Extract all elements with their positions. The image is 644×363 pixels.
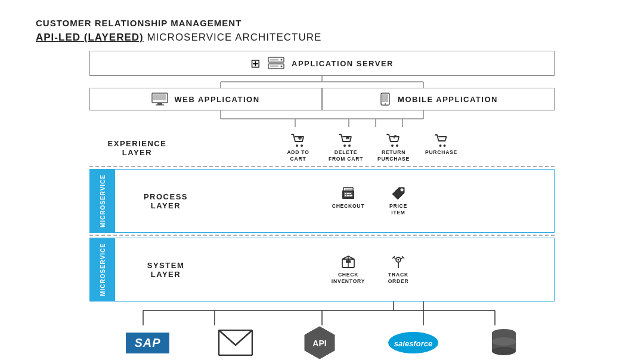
svg-rect-15 <box>382 94 388 102</box>
check-inventory-label: CHECKINVENTORY <box>332 272 365 285</box>
svg-point-35 <box>439 144 442 147</box>
svg-point-28 <box>343 144 346 147</box>
svg-rect-47 <box>349 195 352 196</box>
purchase-label: PURCHASE <box>425 149 457 156</box>
svg-line-56 <box>394 256 395 257</box>
svg-point-29 <box>348 144 351 147</box>
svg-rect-52 <box>346 260 351 263</box>
mobile-app-label: MOBILE APPLICATION <box>398 95 498 104</box>
svg-rect-46 <box>347 195 349 196</box>
mobile-app-box: MOBILE APPLICATION <box>322 88 555 110</box>
svg-point-3 <box>281 66 283 67</box>
svg-text:salesforce: salesforce <box>394 339 432 348</box>
salesforce-logo: salesforce <box>386 330 440 356</box>
system-layer-row: MICROSERVICE SYSTEMLAYER CHECKINVENTORY <box>89 238 555 302</box>
track-order-label: TRACKORDER <box>388 272 409 285</box>
experience-layer-row: EXPERIENCELAYER ADD TOCART <box>89 127 555 166</box>
svg-text:API: API <box>312 339 326 348</box>
web-app-box: WEB APPLICATION <box>89 88 322 110</box>
sap-logo: SAP <box>126 333 169 353</box>
svg-point-48 <box>401 189 404 192</box>
delete-from-cart-label: DELETEFROM CART <box>329 149 363 162</box>
top-connector <box>89 76 555 88</box>
api-suffix: MICROSERVICE ARCHITECTURE <box>144 32 322 43</box>
svg-point-16 <box>385 103 386 104</box>
svg-rect-13 <box>156 104 164 106</box>
dashed-separator-1 <box>89 166 555 167</box>
email-logo <box>218 330 253 356</box>
process-layer-label: PROCESSLAYER <box>127 192 205 210</box>
checkout-label: CHECKOUT <box>332 203 365 210</box>
svg-point-32 <box>391 144 394 147</box>
svg-rect-45 <box>345 195 346 196</box>
api-prefix: API-LED (LAYERED) <box>36 32 144 43</box>
svg-rect-4 <box>270 59 278 61</box>
purchase-icon <box>434 133 449 147</box>
api-title: API-LED (LAYERED) MICROSERVICE ARCHITECT… <box>36 32 608 44</box>
svg-point-76 <box>492 347 516 355</box>
svg-point-33 <box>396 144 398 147</box>
title-section: CUSTOMER RELATIONSHIP MANAGEMENT API-LED… <box>36 18 608 44</box>
purchase-item: PURCHASE <box>423 133 459 156</box>
server-icon: ⊞ <box>250 56 261 70</box>
database-logo <box>490 327 518 358</box>
check-inventory-icon <box>340 254 357 270</box>
system-layer-content: SYSTEMLAYER CHECKINVENTORY <box>115 238 554 301</box>
price-item-label: PRICEITEM <box>389 203 407 216</box>
experience-icons: ADD TOCART DELETEFROM CART <box>185 133 555 162</box>
add-to-cart-item: ADD TOCART <box>280 133 316 162</box>
svg-point-2 <box>281 59 283 61</box>
delete-from-cart-icon <box>338 133 354 147</box>
system-microservice-badge: MICROSERVICE <box>90 238 115 301</box>
svg-point-24 <box>296 144 298 147</box>
add-to-cart-label: ADD TOCART <box>287 149 309 162</box>
svg-line-59 <box>402 256 403 257</box>
system-layer-icons: CHECKINVENTORY <box>205 254 542 285</box>
mobile-app-icon <box>379 93 392 106</box>
crm-title: CUSTOMER RELATIONSHIP MANAGEMENT <box>36 18 608 28</box>
delete-from-cart-item: DELETEFROM CART <box>328 133 364 162</box>
svg-rect-42 <box>345 193 346 194</box>
svg-rect-40 <box>345 189 352 190</box>
mid-connector <box>89 110 555 127</box>
svg-point-36 <box>444 144 446 147</box>
check-inventory-item: CHECKINVENTORY <box>330 254 366 285</box>
dashed-separator-2 <box>89 235 555 236</box>
architecture-diagram: ⊞ APPLICATION SERVER <box>36 51 608 360</box>
return-purchase-label: RETURNPURCHASE <box>377 149 410 162</box>
return-purchase-item: RETURNPURCHASE <box>376 133 411 162</box>
track-order-item: TRACKORDER <box>380 254 416 285</box>
web-app-label: WEB APPLICATION <box>174 95 259 104</box>
track-order-icon <box>390 254 407 270</box>
process-layer-row: MICROSERVICE PROCESSLAYER <box>89 169 555 233</box>
add-to-cart-icon <box>290 133 306 147</box>
svg-rect-12 <box>157 103 162 104</box>
checkout-icon <box>340 186 357 201</box>
price-item-item: PRICEITEM <box>380 186 416 216</box>
process-microservice-badge: MICROSERVICE <box>90 170 115 232</box>
svg-point-77 <box>492 337 516 346</box>
svg-line-60 <box>403 257 404 259</box>
system-layer-label: SYSTEMLAYER <box>127 261 205 279</box>
app-server-label: APPLICATION SERVER <box>292 59 394 68</box>
price-item-icon <box>391 186 406 201</box>
bottom-connector <box>89 302 555 325</box>
return-purchase-icon <box>386 133 401 147</box>
apps-row: WEB APPLICATION MOBILE APPLICATION <box>89 88 555 110</box>
svg-rect-44 <box>349 193 351 194</box>
svg-rect-11 <box>153 94 166 100</box>
process-layer-content: PROCESSLAYER <box>115 170 554 232</box>
web-app-icon <box>151 93 168 106</box>
app-server-box: ⊞ APPLICATION SERVER <box>89 51 555 76</box>
svg-point-54 <box>398 259 400 261</box>
process-layer-icons: CHECKOUT PRICEITEM <box>205 186 542 216</box>
svg-rect-43 <box>347 193 349 194</box>
svg-line-57 <box>392 257 394 259</box>
api-logo: API <box>302 325 337 360</box>
checkout-item: CHECKOUT <box>330 186 366 210</box>
server-svg-icon <box>268 57 284 70</box>
svg-point-25 <box>301 144 303 147</box>
experience-layer-label: EXPERIENCELAYER <box>89 139 185 157</box>
svg-rect-5 <box>270 66 278 67</box>
